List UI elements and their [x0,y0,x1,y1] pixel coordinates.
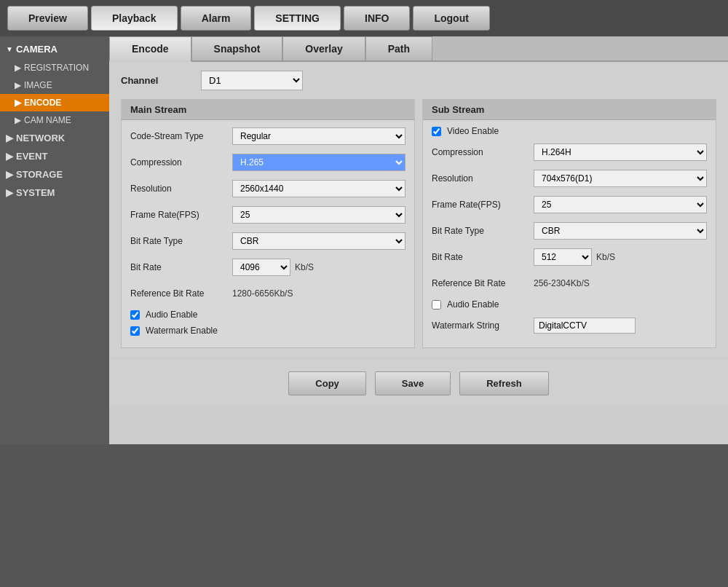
sub-bitrate-select[interactable]: 512 256 128 [534,248,592,266]
main-compression-row: Compression H.265 H.264 H.264H H.264B [130,152,405,173]
nav-alarm-button[interactable]: Alarm [181,6,252,31]
channel-select[interactable]: D1 D2 D3 D4 [201,71,303,90]
sidebar-camera-label: CAMERA [16,44,58,55]
sub-audio-enable-checkbox[interactable] [432,300,441,310]
tab-overlay[interactable]: Overlay [282,36,365,60]
sidebar-item-system[interactable]: ▶ SYSTEM [0,184,109,202]
nav-info-button[interactable]: INFO [344,6,410,31]
main-layout: ▼ CAMERA ▶ REGISTRATION ▶ IMAGE ▶ ENCODE… [0,36,728,444]
save-button[interactable]: Save [375,371,451,395]
sub-bitrate-label: Bit Rate [432,252,534,262]
top-navigation: Preview Playback Alarm SETTING INFO Logo… [0,0,728,36]
main-bitrate-unit: Kb/S [295,262,314,272]
sub-audio-enable-row: Audio Enable [432,299,707,310]
sub-compression-row: Compression H.264H H.264 H.265 [432,142,707,162]
sidebar-item-event[interactable]: ▶ EVENT [0,147,109,165]
streams-container: Main Stream Code-Stream Type Regular Sub… [121,99,716,348]
sub-stream-header: Sub Stream [423,100,716,120]
channel-label: Channel [121,75,194,86]
main-bitrate-row: Bit Rate 4096 2048 1024 512 Kb/S [130,257,405,277]
main-stream-panel: Main Stream Code-Stream Type Regular Sub… [121,99,415,348]
main-watermark-enable-checkbox[interactable] [130,326,140,336]
sub-compression-label: Compression [432,147,534,157]
sub-stream-panel: Sub Stream Video Enable Compression H.26… [422,99,716,348]
sub-bitrate-unit: Kb/S [596,252,615,262]
sidebar-arrow-icon: ▶ [15,63,21,73]
main-watermark-enable-row: Watermark Enable [130,326,405,336]
tab-snapshot[interactable]: Snapshot [191,36,283,60]
nav-preview-button[interactable]: Preview [7,6,88,31]
main-audio-enable-row: Audio Enable [130,310,405,320]
main-resolution-label: Resolution [130,184,232,194]
code-stream-type-select[interactable]: Regular Sub-Stream [232,127,405,145]
tab-path[interactable]: Path [365,36,432,60]
camera-arrow-icon: ▼ [6,45,13,53]
main-bitratetype-row: Bit Rate Type CBR VBR [130,231,405,251]
main-framerate-row: Frame Rate(FPS) 25 30 15 10 [130,205,405,225]
watermark-string-input[interactable] [534,318,636,334]
sidebar-item-registration[interactable]: ▶ REGISTRATION [0,59,109,76]
sub-audio-enable-label: Audio Enable [447,299,499,310]
sub-resolution-label: Resolution [432,173,534,184]
sub-resolution-select[interactable]: 704x576(D1) 352x288 CIF [534,170,707,187]
sub-video-enable-row: Video Enable [432,126,707,136]
sub-video-enable-checkbox[interactable] [432,127,441,136]
sidebar-item-encode[interactable]: ▶ ENCODE [0,94,109,111]
sub-resolution-row: Resolution 704x576(D1) 352x288 CIF [432,168,707,189]
sub-refbitrate-label: Reference Bit Rate [432,278,534,288]
content-area: Encode Snapshot Overlay Path Channel D1 … [109,36,728,444]
refresh-button[interactable]: Refresh [459,371,548,395]
sub-bitratetype-select[interactable]: CBR VBR [534,222,707,240]
sub-framerate-select[interactable]: 25 30 15 [534,196,707,213]
main-stream-body: Code-Stream Type Regular Sub-Stream Comp… [122,120,414,347]
main-refbitrate-row: Reference Bit Rate 1280-6656Kb/S [130,283,405,304]
main-bitrate-select[interactable]: 4096 2048 1024 512 [232,259,290,276]
sub-watermark-label: Watermark String [432,320,534,331]
main-compression-select[interactable]: H.265 H.264 H.264H H.264B [232,154,405,171]
sidebar-item-cam-name[interactable]: ▶ CAM NAME [0,111,109,129]
main-resolution-row: Resolution 2560x1440 1920x1080 1280x720 [130,178,405,199]
nav-logout-button[interactable]: Logout [413,6,489,31]
sub-framerate-label: Frame Rate(FPS) [432,200,534,210]
code-stream-type-label: Code-Stream Type [130,131,232,141]
sidebar-item-network[interactable]: ▶ NETWORK [0,129,109,147]
main-resolution-select[interactable]: 2560x1440 1920x1080 1280x720 [232,180,405,197]
copy-button[interactable]: Copy [288,371,366,395]
channel-row: Channel D1 D2 D3 D4 [121,71,716,90]
main-watermark-enable-label: Watermark Enable [146,326,218,336]
sidebar-item-image[interactable]: ▶ IMAGE [0,76,109,94]
main-bitrate-label: Bit Rate [130,262,232,272]
main-stream-header: Main Stream [122,100,414,120]
main-refbitrate-value: 1280-6656Kb/S [232,288,293,299]
sidebar-bullet-icon: ▶ [6,151,13,162]
sub-refbitrate-row: Reference Bit Rate 256-2304Kb/S [432,273,707,294]
sub-bitratetype-label: Bit Rate Type [432,226,534,236]
sub-watermark-row: Watermark String [432,315,707,336]
sub-stream-body: Video Enable Compression H.264H H.264 H.… [423,120,716,347]
sidebar-category-camera: ▼ CAMERA [0,39,109,59]
sub-tabs: Encode Snapshot Overlay Path [109,36,728,62]
nav-playback-button[interactable]: Playback [91,6,178,31]
sidebar-bullet-icon: ▶ [6,133,13,143]
main-audio-enable-label: Audio Enable [146,310,197,320]
main-framerate-label: Frame Rate(FPS) [130,210,232,220]
sub-framerate-row: Frame Rate(FPS) 25 30 15 [432,194,707,215]
code-stream-type-row: Code-Stream Type Regular Sub-Stream [130,126,405,146]
sidebar-arrow-icon: ▶ [15,80,21,90]
main-bitratetype-select[interactable]: CBR VBR [232,232,405,250]
sidebar-item-storage[interactable]: ▶ STORAGE [0,165,109,184]
sidebar-arrow-icon: ▶ [15,115,21,125]
nav-setting-button[interactable]: SETTING [254,6,341,31]
sub-compression-select[interactable]: H.264H H.264 H.265 [534,143,707,161]
sub-bitrate-row: Bit Rate 512 256 128 Kb/S [432,247,707,267]
encode-panel: Channel D1 D2 D3 D4 Main Stream Code-St [109,62,728,357]
sidebar: ▼ CAMERA ▶ REGISTRATION ▶ IMAGE ▶ ENCODE… [0,36,109,444]
tab-encode[interactable]: Encode [109,36,191,62]
main-compression-label: Compression [130,157,232,168]
sub-refbitrate-value: 256-2304Kb/S [534,278,590,288]
sidebar-active-arrow-icon: ▶ [15,98,21,108]
main-audio-enable-checkbox[interactable] [130,310,140,320]
sub-bitratetype-row: Bit Rate Type CBR VBR [432,221,707,241]
main-framerate-select[interactable]: 25 30 15 10 [232,206,405,224]
sidebar-bullet-icon: ▶ [6,187,13,198]
